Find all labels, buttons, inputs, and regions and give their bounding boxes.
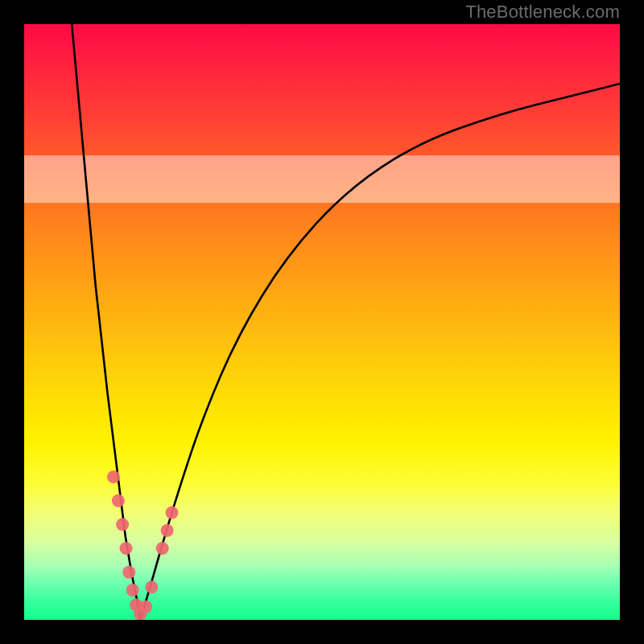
marker-dot <box>107 470 120 483</box>
curve-markers <box>107 470 179 620</box>
marker-dot <box>116 518 129 531</box>
bottleneck-curve <box>72 24 620 620</box>
marker-dot <box>112 494 125 507</box>
marker-dot <box>139 601 152 613</box>
marker-dot <box>126 584 139 597</box>
curve-layer <box>24 24 620 620</box>
watermark-text: TheBottleneck.com <box>465 2 620 23</box>
marker-dot <box>120 542 133 555</box>
marker-dot <box>161 524 174 537</box>
marker-dot <box>166 506 179 519</box>
chart-frame: TheBottleneck.com <box>0 0 644 644</box>
marker-dot <box>122 566 135 579</box>
plot-area <box>24 24 620 620</box>
marker-dot <box>156 542 169 555</box>
marker-dot <box>145 580 158 593</box>
